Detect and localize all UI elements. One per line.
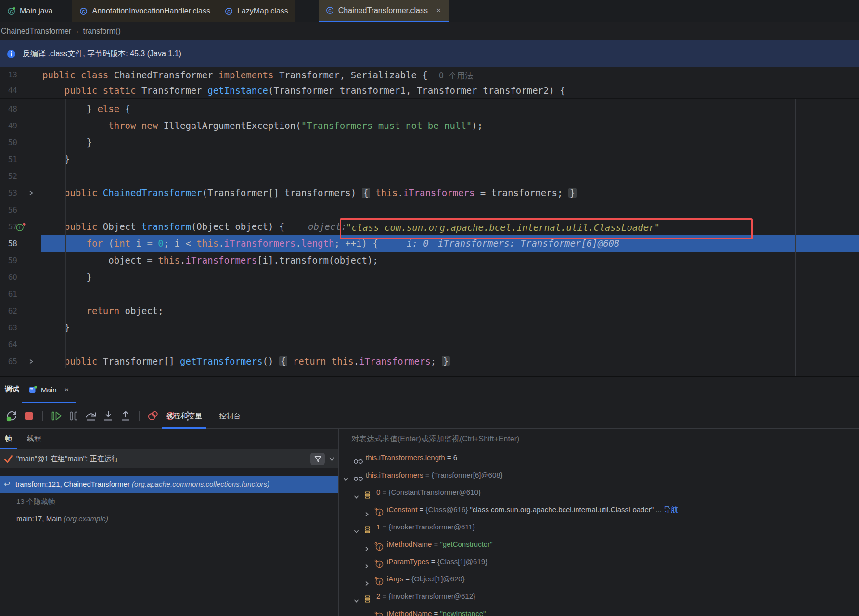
step-into-button[interactable] — [101, 408, 116, 424]
code-line-63: 63 } — [0, 319, 859, 336]
fold-chevron-icon[interactable] — [28, 353, 34, 370]
override-marker-icon[interactable]: I — [15, 218, 27, 235]
debug-toolbar: 线程和变量 控制台 — [0, 403, 859, 429]
code-text: object = this.iTransformers[i].transform… — [42, 252, 378, 269]
code-line-65: 65 public Transformer[] getTransformers(… — [0, 353, 859, 370]
line-number: 13 — [0, 67, 17, 83]
debugger-value-highlight-box: "class com.sun.org.apache.bcel.internal.… — [340, 218, 753, 239]
tab-label: Main.java — [20, 7, 52, 15]
class-icon: C — [79, 7, 88, 15]
filter-frames-button[interactable] — [310, 453, 325, 465]
stack-frame-row[interactable]: ↩transform:121, ChainedTransformer (org.… — [0, 476, 338, 493]
code-line-50: 50 } — [0, 134, 859, 151]
variables-panel: 对表达式求值(Enter)或添加监视(Ctrl+Shift+Enter) thi… — [339, 428, 859, 616]
chevron-down-icon[interactable] — [328, 455, 335, 463]
code-line-56: 56 — [0, 201, 859, 218]
session-tab-label: Main — [41, 386, 57, 394]
svg-text:I: I — [19, 225, 21, 230]
editor-tab[interactable]: CChainedTransformer.class✕ — [319, 0, 449, 22]
variable-text: 1 = {InvokerTransformer@611} — [376, 518, 475, 536]
variable-row[interactable]: fiParamTypes = {Class[1]@619} — [339, 553, 859, 570]
line-number: 53 — [0, 185, 17, 201]
code-line-64: 64 — [0, 336, 859, 353]
svg-text:f: f — [379, 614, 381, 616]
evaluate-expression-input[interactable]: 对表达式求值(Enter)或添加监视(Ctrl+Shift+Enter) — [339, 428, 859, 449]
variables-tree: this.iTransformers.length = 6this.iTrans… — [339, 449, 859, 616]
line-number: 56 — [0, 201, 17, 218]
variable-row[interactable]: 1 = {InvokerTransformer@611} — [339, 518, 859, 536]
fold-chevron-icon[interactable] — [28, 185, 34, 201]
line-number: 64 — [0, 336, 17, 353]
thread-selector[interactable]: "main"@1 在组"main": 正在运行 — [0, 449, 338, 468]
breadcrumb-class[interactable]: ChainedTransformer — [1, 27, 71, 36]
variable-row[interactable]: 0 = {ConstantTransformer@610} — [339, 484, 859, 501]
line-number: 51 — [0, 151, 17, 168]
code-line-60: 60 } — [0, 269, 859, 286]
pause-button[interactable] — [66, 408, 81, 424]
code-line-48: 48 } else { — [0, 101, 859, 117]
view-breakpoints-button[interactable] — [145, 408, 161, 424]
tab-console[interactable]: 控制台 — [219, 403, 241, 428]
stack-frame-row[interactable]: main:17, Main (org.example) — [0, 510, 338, 528]
debug-tool-window: 调试 Main ✕ 线程和变量 控制台 帧 线程 "main"@1 在组"mai… — [0, 376, 859, 616]
tab-threads-variables[interactable]: 线程和变量 — [166, 403, 202, 428]
tab-label: LazyMap.class — [237, 7, 288, 15]
line-number: 62 — [0, 302, 17, 319]
decompile-banner: 反编译 .class文件, 字节码版本: 45.3 (Java 1.1) — [0, 40, 859, 67]
variable-text: iConstant = {Class@616} "class com.sun.o… — [387, 501, 678, 518]
close-icon[interactable]: ✕ — [436, 7, 441, 14]
tab-label: AnnotationInvocationHandler.class — [92, 7, 210, 15]
variable-row[interactable]: fiMethodName = "newInstance" — [339, 605, 859, 616]
info-icon — [7, 50, 16, 59]
line-number: 58 — [0, 235, 17, 252]
frame-text: transform:121, ChainedTransformer (org.a… — [15, 476, 269, 493]
step-out-button[interactable] — [118, 408, 133, 424]
code-line-61: 61 — [0, 286, 859, 302]
line-number: 60 — [0, 269, 17, 286]
code-text: } else { — [42, 101, 130, 117]
variable-row[interactable]: this.iTransformers.length = 6 — [339, 449, 859, 466]
svg-text:f: f — [379, 562, 381, 567]
close-icon[interactable]: ✕ — [64, 387, 69, 393]
code-text: } — [42, 134, 92, 151]
ide-window: CMain.javaCAnnotationInvocationHandler.c… — [0, 0, 859, 616]
line-number: 48 — [0, 101, 17, 117]
code-line-51: 51 } — [0, 151, 859, 168]
frame-text: main:17, Main (org.example) — [16, 510, 108, 528]
variable-row[interactable]: this.iTransformers = {Transformer[6]@608… — [339, 466, 859, 484]
debugger-inline-value: "class com.sun.org.apache.bcel.internal.… — [346, 219, 660, 236]
tab-threads[interactable]: 线程 — [27, 428, 41, 449]
tab-label: ChainedTransformer.class — [338, 6, 428, 15]
code-line-44: 44 public static Transformer getInstance… — [0, 83, 859, 98]
variable-row[interactable]: fiConstant = {Class@616} "class com.sun.… — [339, 501, 859, 518]
variable-row[interactable]: 2 = {InvokerTransformer@612} — [339, 588, 859, 605]
variable-text: this.iTransformers = {Transformer[6]@608… — [366, 466, 503, 484]
breadcrumb: ChainedTransformer › transform() — [0, 22, 859, 40]
svg-text:C: C — [82, 9, 86, 14]
editor-tab[interactable]: CLazyMap.class — [218, 0, 295, 22]
chevron-right-icon: › — [76, 28, 78, 35]
editor-tab[interactable]: CAnnotationInvocationHandler.class — [72, 0, 218, 22]
code-lines: 48 } else {49 throw new IllegalArgumentE… — [0, 99, 859, 376]
rerun-button[interactable] — [4, 408, 19, 424]
code-line-53: 53 public ChainedTransformer(Transformer… — [0, 185, 859, 201]
variable-row[interactable]: fiMethodName = "getConstructor" — [339, 536, 859, 553]
debug-session-tab[interactable]: Main ✕ — [22, 377, 76, 403]
frame-text: 13 个隐藏帧 — [16, 493, 55, 510]
stop-button[interactable] — [21, 408, 37, 424]
class-icon: C — [326, 6, 334, 14]
step-over-button[interactable] — [83, 408, 99, 424]
tab-frames[interactable]: 帧 — [5, 428, 12, 449]
editor-tab[interactable]: CMain.java — [0, 0, 60, 22]
debug-toolbar-icons — [0, 403, 859, 428]
editor-tab-bar: CMain.javaCAnnotationInvocationHandler.c… — [0, 0, 859, 22]
variable-row[interactable]: fiArgs = {Object[1]@620} — [339, 570, 859, 588]
code-line-59: 59 object = this.iTransformers[i].transf… — [0, 252, 859, 269]
resume-button[interactable] — [49, 408, 64, 424]
code-text: public ChainedTransformer(Transformer[] … — [42, 185, 577, 201]
svg-text:f: f — [379, 579, 381, 585]
navigate-link[interactable]: 导航 — [664, 505, 678, 514]
chevron-right-icon[interactable] — [364, 610, 370, 616]
breadcrumb-method[interactable]: transform() — [83, 27, 120, 36]
stack-frame-row[interactable]: 13 个隐藏帧 — [0, 493, 338, 510]
